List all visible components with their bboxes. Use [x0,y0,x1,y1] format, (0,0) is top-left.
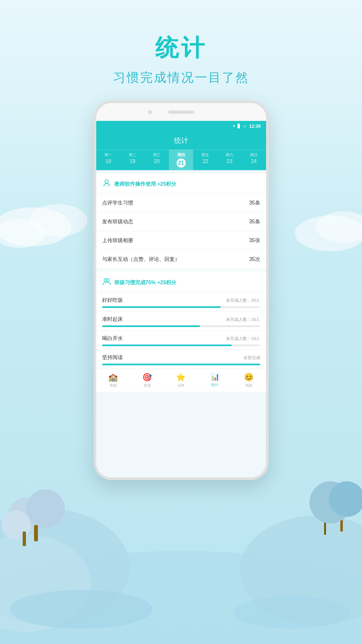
status-time: 12:30 [249,123,261,129]
section2-icon [102,277,111,288]
svg-point-22 [233,596,350,629]
app-header: 统计 周一18周二19周三20周四21周五22周六23周日24 [96,131,266,170]
progress-fill [102,364,260,365]
week-tab-24[interactable]: 周日24 [242,150,266,170]
habit-item: 准时起床 未完成人数：16人 [96,311,266,330]
item-value: 35条 [249,200,260,206]
svg-point-20 [329,481,362,517]
svg-point-21 [10,590,152,629]
section2-header: 班级习惯完成75% +25积分 [96,272,266,292]
bottom-nav: 🏫班级🎯发现⭐点评📊统计😊我的 [96,369,266,392]
week-tab-21[interactable]: 周四21 [169,150,193,170]
progress-track [102,345,260,346]
item-value: 35次 [249,256,260,263]
habit-item: 坚持阅读 全部完成 [96,349,266,369]
svg-point-9 [8,498,44,533]
nav-icon: 📊 [211,373,219,381]
habit-name: 好好吃饭 [102,297,123,304]
section2-items: 好好吃饭 未完成人数：20人 准时起床 未完成人数：16人 喝白开水 未完成人数… [96,292,266,369]
svg-line-15 [334,504,342,512]
progress-track [102,325,260,327]
svg-point-6 [0,509,130,626]
week-tab-20[interactable]: 周三20 [145,150,169,170]
svg-point-25 [104,279,107,281]
item-value: 35张 [249,237,260,244]
nav-item-点评[interactable]: ⭐点评 [164,371,198,389]
section1-items: 点评学生习惯35条发布班级动态35条上传班级相册35张与家长互动（点赞、评论、回… [96,193,266,269]
svg-point-3 [295,216,362,251]
nav-item-我的[interactable]: 😊我的 [232,371,266,389]
battery-icon: ▭ [243,124,247,128]
svg-rect-24 [105,185,109,186]
progress-fill [102,345,232,346]
svg-point-5 [0,551,362,644]
section1-header: 教师软件操作使用 +25积分 [96,173,266,193]
habit-name: 喝白开水 [102,335,123,342]
nav-label: 统计 [211,382,218,387]
progress-track [102,364,260,365]
nav-item-发现[interactable]: 🎯发现 [130,371,164,389]
nav-icon: ⭐ [176,373,186,382]
item-label: 与家长互动（点赞、评论、回复） [102,256,180,263]
list-item: 发布班级动态35条 [96,212,266,231]
progress-track [102,306,260,308]
nav-label: 发现 [144,383,151,388]
svg-point-23 [105,180,108,183]
item-label: 上传班级相册 [102,237,133,244]
week-tabs: 周一18周二19周三20周四21周五22周六23周日24 [96,149,266,170]
nav-label: 点评 [177,383,184,388]
nav-item-班级[interactable]: 🏫班级 [96,371,130,389]
habit-status: 未完成人数：10人 [226,336,260,342]
signal-icon: ▊ [238,124,240,128]
week-tab-22[interactable]: 周五22 [193,150,217,170]
nav-label: 我的 [245,383,252,388]
svg-rect-14 [340,506,343,532]
svg-point-0 [0,207,71,246]
page-title-main: 统计 [0,32,362,64]
svg-line-16 [342,509,348,519]
phone-top-bar [96,103,266,121]
svg-point-10 [26,489,65,528]
item-value: 35条 [249,218,260,225]
progress-fill [102,306,221,308]
svg-rect-17 [324,512,326,535]
svg-point-2 [0,219,45,248]
svg-point-1 [29,204,88,237]
list-item: 上传班级相册35张 [96,231,266,250]
page-header: 统计 习惯完成情况一目了然 [0,0,362,86]
svg-line-18 [319,510,325,517]
nav-icon: 🏫 [108,373,118,382]
content-area: 教师软件操作使用 +25积分 点评学生习惯35条发布班级动态35条上传班级相册3… [96,173,266,369]
nav-item-统计[interactable]: 📊统计 [198,371,232,389]
habit-status: 未完成人数：20人 [226,298,260,303]
phone-camera [148,110,152,114]
svg-rect-13 [23,532,26,546]
svg-point-8 [240,515,362,626]
app-title: 统计 [96,136,266,149]
section2-title: 班级习惯完成75% +25积分 [114,279,177,286]
habit-item: 喝白开水 未完成人数：10人 [96,330,266,349]
page-title-sub: 习惯完成情况一目了然 [0,69,362,86]
wifi-icon: ▾ [233,124,235,128]
week-tab-19[interactable]: 周二19 [120,150,145,170]
section1-icon [102,179,111,190]
habit-name: 准时起床 [102,316,123,323]
nav-label: 班级 [110,383,117,388]
nav-icon: 😊 [244,373,254,382]
svg-point-4 [316,211,362,242]
habit-status: 未完成人数：16人 [226,317,260,322]
svg-point-19 [309,481,352,523]
status-bar: ▾ ▊ ▭ 12:30 [96,121,266,131]
svg-point-26 [107,279,109,281]
habit-name: 坚持阅读 [102,354,123,361]
item-label: 发布班级动态 [102,218,133,225]
list-item: 点评学生习惯35条 [96,193,266,212]
week-tab-23[interactable]: 周六23 [217,150,242,170]
svg-point-7 [0,535,91,632]
phone-mockup: ▾ ▊ ▭ 12:30 统计 周一18周二19周三20周四21周五22周六23周… [94,100,269,480]
phone-speaker [168,111,194,114]
section1-title: 教师软件操作使用 +25积分 [114,181,177,188]
phone-frame: ▾ ▊ ▭ 12:30 统计 周一18周二19周三20周四21周五22周六23周… [94,100,269,480]
week-tab-18[interactable]: 周一18 [96,150,121,170]
nav-icon: 🎯 [142,373,152,382]
